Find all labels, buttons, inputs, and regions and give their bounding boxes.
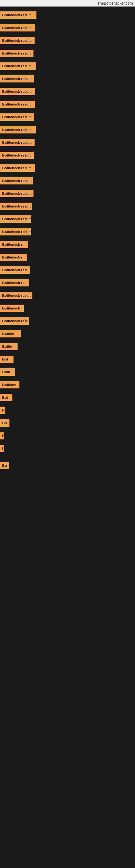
bar-row: Bottle xyxy=(0,341,135,353)
bottleneck-bar: Bottleneck result xyxy=(0,190,34,197)
bar-row: Bottleneck result xyxy=(0,290,135,303)
bottleneck-bar: Bottleneck result xyxy=(0,126,36,133)
bar-row: B xyxy=(0,404,135,417)
bottleneck-bar: B xyxy=(0,407,5,414)
bottleneck-bar: Bottleneck result xyxy=(0,228,31,236)
bar-row: Bottleneck result xyxy=(0,73,135,86)
bottleneck-bar: Bottleneck xyxy=(0,305,24,312)
bar-row: Bottl xyxy=(0,366,135,379)
bottleneck-bar: Bot xyxy=(0,355,13,363)
bottleneck-bar: I xyxy=(0,445,4,452)
bottleneck-bar: Bottleneck result xyxy=(0,152,34,159)
bar-row: Bottleneck result xyxy=(0,137,135,150)
bar-row: Bot xyxy=(0,392,135,404)
bar-row: Bottleneck result xyxy=(0,200,135,213)
bar-row: Bottleneck result xyxy=(0,226,135,239)
bar-row: Bottleneck r xyxy=(0,239,135,251)
bottleneck-bar: Bottleneck result xyxy=(0,215,31,223)
bar-row: I xyxy=(0,443,135,456)
bar-row: Bo xyxy=(0,417,135,430)
bottleneck-bar: Bottleneck result xyxy=(0,164,35,172)
bar-row: Bottleneck r xyxy=(0,251,135,264)
bottleneck-bar: Bottleneck result xyxy=(0,88,35,95)
bottleneck-bar: Bottleneck result xyxy=(0,139,35,146)
site-title: TheBottlenecker.com xyxy=(0,0,135,6)
bar-row: Bottleneck result xyxy=(0,9,135,22)
bottleneck-bar: Bottleneck r xyxy=(0,254,27,261)
bottleneck-bar: Bottleneck result xyxy=(0,62,36,70)
bottleneck-bar: Bottleneck result xyxy=(0,75,34,83)
bottleneck-bar: Bottleneck result xyxy=(0,50,34,57)
bar-row: Bottleneck result xyxy=(0,22,135,35)
bottleneck-bar: Bottleneck result xyxy=(0,24,35,31)
bottleneck-bar: Bottleneck result xyxy=(0,37,35,44)
bar-row: Bottleneck result xyxy=(0,213,135,226)
bottleneck-bar: Bot xyxy=(0,394,12,401)
bar-row: Bottlen xyxy=(0,328,135,341)
bar-row: Bottleneck result xyxy=(0,60,135,73)
bar-row: B xyxy=(0,430,135,443)
bottleneck-bar: Bottleneck result xyxy=(0,101,35,108)
bar-row: Bot xyxy=(0,353,135,366)
bottleneck-bar: Bo xyxy=(0,462,9,469)
bar-row: Bottleneck result xyxy=(0,150,135,162)
bar-row: Bottleneck result xyxy=(0,98,135,111)
bottleneck-bar: Bottleneck resu xyxy=(0,267,30,274)
bottleneck-bar: Bottleneck result xyxy=(0,292,32,299)
bar-row: Bottlene xyxy=(0,379,135,392)
bottleneck-bar: Bottleneck result xyxy=(0,113,34,121)
bottleneck-bar: Bottleneck result xyxy=(0,203,32,210)
bottleneck-bar: Bo xyxy=(0,420,9,427)
bar-row: Bottleneck result xyxy=(0,124,135,137)
bottleneck-bar: Bottl xyxy=(0,368,15,376)
bottleneck-bar: Bottlen xyxy=(0,330,21,337)
bar-row: Bottleneck resu xyxy=(0,264,135,277)
bottleneck-bar: Bottleneck result xyxy=(0,11,37,19)
bar-row: Bottleneck result xyxy=(0,35,135,48)
bar-row: Bottleneck xyxy=(0,303,135,315)
bar-row: Bottleneck result xyxy=(0,162,135,175)
bar-row: Bottleneck result xyxy=(0,175,135,188)
bottleneck-bar: Bottleneck r xyxy=(0,241,28,248)
bottleneck-bar: Bottle xyxy=(0,343,17,350)
bottleneck-bar: Bottleneck re xyxy=(0,279,29,286)
bottleneck-bar: Bottleneck result xyxy=(0,177,33,184)
bar-row: Bo xyxy=(0,460,135,472)
bar-row: Bottleneck result xyxy=(0,111,135,124)
bottleneck-bar: B xyxy=(0,432,4,439)
bottleneck-bar: Bottlene xyxy=(0,381,19,389)
bar-row: Bottleneck resu xyxy=(0,315,135,328)
bar-row: Bottleneck result xyxy=(0,188,135,200)
bottleneck-bar: Bottleneck resu xyxy=(0,317,29,325)
bar-row: Bottleneck re xyxy=(0,277,135,290)
bar-row: Bottleneck result xyxy=(0,48,135,60)
bars-container: Bottleneck resultBottleneck resultBottle… xyxy=(0,6,135,475)
bar-row: Bottleneck result xyxy=(0,86,135,98)
bar-row xyxy=(0,456,135,460)
